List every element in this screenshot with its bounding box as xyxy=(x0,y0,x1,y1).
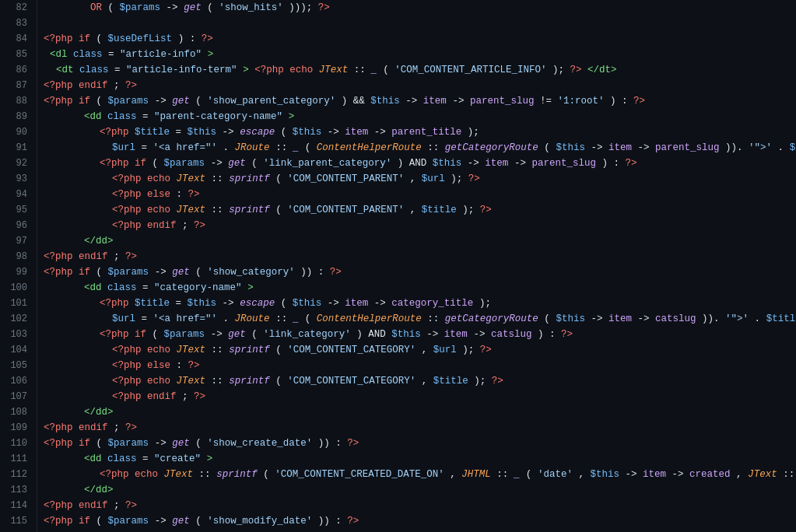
code-line-88: <?php if ( $params -> get ( 'show_parent… xyxy=(44,93,796,109)
code-editor: 82 83 84 85 86 87 88 89 90 91 92 93 94 9… xyxy=(0,0,796,532)
code-line-83 xyxy=(44,16,796,31)
code-line-113: </dd> xyxy=(44,482,796,498)
code-line-106: <?php echo JText :: sprintf ( 'COM_CONTE… xyxy=(44,373,796,389)
code-line-94: <?php else : ?> xyxy=(44,187,796,202)
code-line-105: <?php else : ?> xyxy=(44,358,796,373)
line-num-105: 105 xyxy=(0,358,37,373)
code-line-86: <dt class = "article-info-term" > <?php … xyxy=(44,62,796,78)
line-num-113: 113 xyxy=(0,482,37,498)
line-num-86: 86 xyxy=(0,62,37,78)
code-line-98: <?php endif ; ?> xyxy=(44,249,796,264)
code-line-107: <?php endif ; ?> xyxy=(44,389,796,404)
code-line-91: $url = '<a href="' . JRoute :: _ ( Conte… xyxy=(44,140,796,156)
code-line-103: <?php if ( $params -> get ( 'link_catego… xyxy=(44,327,796,342)
line-num-94: 94 xyxy=(0,187,37,202)
line-num-85: 85 xyxy=(0,47,37,62)
line-num-103: 103 xyxy=(0,327,37,342)
code-line-82: OR ( $params -> get ( 'show_hits' ))); ?… xyxy=(44,0,796,16)
line-num-91: 91 xyxy=(0,140,37,156)
code-line-109: <?php endif ; ?> xyxy=(44,420,796,436)
line-num-82: 82 xyxy=(0,0,37,16)
line-num-115: 115 xyxy=(0,513,37,529)
line-numbers: 82 83 84 85 86 87 88 89 90 91 92 93 94 9… xyxy=(0,0,37,532)
line-num-102: 102 xyxy=(0,311,37,327)
line-num-90: 90 xyxy=(0,124,37,140)
line-num-99: 99 xyxy=(0,264,37,280)
code-line-114: <?php endif ; ?> xyxy=(44,498,796,513)
line-num-83: 83 xyxy=(0,16,37,31)
code-line-101: <?php $title = $this -> escape ( $this -… xyxy=(44,296,796,311)
code-line-115: <?php if ( $params -> get ( 'show_modify… xyxy=(44,513,796,529)
code-line-104: <?php echo JText :: sprintf ( 'COM_CONTE… xyxy=(44,342,796,358)
code-line-99: <?php if ( $params -> get ( 'show_catego… xyxy=(44,264,796,280)
line-num-116: 116 xyxy=(0,529,37,532)
code-line-97: </dd> xyxy=(44,233,796,249)
code-line-93: <?php echo JText :: sprintf ( 'COM_CONTE… xyxy=(44,171,796,187)
line-num-101: 101 xyxy=(0,296,37,311)
line-num-88: 88 xyxy=(0,93,37,109)
code-line-84: <?php if ( $useDefList ) : ?> xyxy=(44,31,796,47)
code-line-102: $url = '<a href="' . JRoute :: _ ( Conte… xyxy=(44,311,796,327)
code-line-111: <dd class = "create" > xyxy=(44,451,796,467)
code-line-112: <?php echo JText :: sprintf ( 'COM_CONTE… xyxy=(44,467,796,482)
code-line-90: <?php $title = $this -> escape ( $this -… xyxy=(44,124,796,140)
line-num-111: 111 xyxy=(0,451,37,467)
line-num-106: 106 xyxy=(0,373,37,389)
code-line-108: </dd> xyxy=(44,404,796,420)
line-num-87: 87 xyxy=(0,78,37,93)
line-num-100: 100 xyxy=(0,280,37,296)
code-line-89: <dd class = "parent-category-name" > xyxy=(44,109,796,124)
code-line-85: <dl class = "article-info" > xyxy=(44,47,796,62)
line-num-107: 107 xyxy=(0,389,37,404)
line-num-96: 96 xyxy=(0,218,37,233)
code-line-92: <?php if ( $params -> get ( 'link_parent… xyxy=(44,156,796,171)
code-line-87: <?php endif ; ?> xyxy=(44,78,796,93)
line-num-108: 108 xyxy=(0,404,37,420)
code-line-116: <dd class = "modified" > xyxy=(44,529,796,532)
line-num-109: 109 xyxy=(0,420,37,436)
code-line-110: <?php if ( $params -> get ( 'show_create… xyxy=(44,436,796,451)
line-num-97: 97 xyxy=(0,233,37,249)
line-num-114: 114 xyxy=(0,498,37,513)
line-num-110: 110 xyxy=(0,436,37,451)
line-num-89: 89 xyxy=(0,109,37,124)
line-num-93: 93 xyxy=(0,171,37,187)
code-line-96: <?php endif ; ?> xyxy=(44,218,796,233)
line-num-95: 95 xyxy=(0,202,37,218)
code-content[interactable]: OR ( $params -> get ( 'show_hits' ))); ?… xyxy=(37,0,796,532)
line-num-92: 92 xyxy=(0,156,37,171)
line-num-104: 104 xyxy=(0,342,37,358)
line-num-84: 84 xyxy=(0,31,37,47)
code-line-100: <dd class = "category-name" > xyxy=(44,280,796,296)
line-num-112: 112 xyxy=(0,467,37,482)
code-line-95: <?php echo JText :: sprintf ( 'COM_CONTE… xyxy=(44,202,796,218)
line-num-98: 98 xyxy=(0,249,37,264)
